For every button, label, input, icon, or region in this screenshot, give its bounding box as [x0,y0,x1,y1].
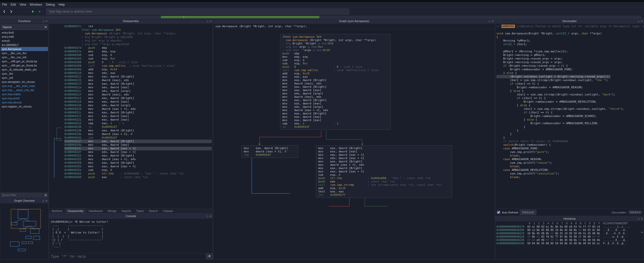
disasm-line[interactable]: 0x08049217 mov eax, dword [Bright] [64,82,212,86]
disasm-line[interactable]: 0x08049231 mov eax, dword [eax] [64,118,212,122]
decomp-line[interactable]: // switch table (5 cases) at 0x804a044 [496,140,643,143]
function-item[interactable]: fcn.080490c7 [1,43,48,47]
disasm-line[interactable]: 0x08049238 mov eax, dword [Bright] [64,129,212,132]
decomp-line[interactable]: case AMBASSADOR_REVOLUTION: [496,168,643,172]
decomp-line[interactable]: case AMBASSADOR_REASON: [496,158,643,161]
decomp-line[interactable]: } [496,125,643,129]
function-item[interactable]: sym.Aeropause [1,47,48,51]
undock-icon[interactable]: ◇ [207,215,209,218]
decomp-line[interactable]: Bright->ambassador = AMBASSADOR_REVOLUTI… [496,100,643,104]
decomp-line[interactable]: Bright->morning = pMVar1; [496,53,643,57]
disasm-line[interactable]: ; arg char **argv @ ebp+0x10 [64,43,212,46]
function-item[interactable]: sym.__libc_csu_fini [1,51,48,55]
hex-row[interactable]: 0x00000000080491f0 83 ec 08 83 ec 0c 8b … [496,225,643,228]
decomp-line[interactable]: switch(Bright->ambassador) { [496,143,643,147]
console-submit-button[interactable] [206,254,213,259]
decomp-line[interactable]: break; [496,154,643,158]
decomp-line[interactable]: Bright->morning->saved_argv = argv; [496,61,643,64]
disasm-line[interactable]: sym.Aeropause (Bright *Bright, int argc,… [64,32,212,35]
decomp-line[interactable]: } else { [496,104,643,107]
decomp-line[interactable]: sym.imp.printf("reason"); [496,161,643,165]
decomp-line[interactable]: if (Bright->morning->saved_argc < 2) { [496,64,643,68]
disasm-line[interactable]: 0x08049212 mov eax, dword [Bright] [64,75,212,79]
disasm-line[interactable]: 0x08049247 mov eax, dword [Bright] [64,140,212,143]
undock-icon[interactable]: ◇ [207,20,209,23]
console-input[interactable] [49,254,206,259]
back-button[interactable] [2,9,7,14]
menu-debug[interactable]: Debug [46,3,55,6]
disasm-line[interactable]: 0x08049252 mov eax, dword [Bright] [64,154,212,158]
chevron-down-icon[interactable]: ▾ [37,9,42,14]
hex-row[interactable]: 0x0000000008049210 10 8b 45 08 8b 00 8b … [496,232,643,235]
disasm-line[interactable]: ; arg int argc @ ebp+0xc [64,39,212,43]
decomp-line[interactable]: if (iVar2 == 0) { [496,82,643,86]
decomp-line[interactable]: int32_t iVar2; [496,43,643,46]
disasm-line[interactable]: 0x0804924c mov eax, dword [eax + 4] [64,147,212,150]
section-map[interactable] [0,16,644,18]
decomp-line[interactable]: // WARNING [r2ghidra] Failed to match ty… [496,25,643,28]
undock-icon[interactable]: ◇ [638,20,640,23]
disasm-line[interactable]: 0x0804920d add esp, 0x10 [64,68,212,71]
disasm-line[interactable]: 0x08049203 sub esp, 0xc [64,57,212,61]
function-item[interactable]: sym.__x86.get_pc_thunk.bp [1,59,48,63]
close-icon[interactable]: ✕ [45,20,47,23]
decompiler-engine-select[interactable]: Ghidra ▾ [628,210,642,214]
close-icon[interactable]: ✕ [492,20,494,23]
disasm-line[interactable]: 0x08049221 mov eax, dword [Bright] [64,96,212,100]
decomp-line[interactable]: } else { [496,118,643,122]
decomp-line[interactable]: } else { [496,89,643,93]
disasm-line[interactable]: 0x0804924f mov edx, dword [eax + 4] [64,150,212,154]
disasm-line[interactable]: 0x08049236 ja 0x8049247 [64,125,212,129]
name-dropdown[interactable]: Name [1,24,48,30]
decomp-line[interactable]: Bright->ambassador = AMBASSADOR_ECHOES; [496,114,643,118]
close-icon[interactable]: ✕ [210,20,212,23]
tab-dashboard[interactable]: Dashboard [86,209,105,213]
hex-row[interactable]: 0x0000000008049230 00 00 e9 90 00 00 00 … [496,238,643,242]
decomp-line[interactable]: } [496,132,643,136]
disasm-line[interactable]: 0x0804925b mov eax, dword [eax + 4] [64,165,212,168]
menu-edit[interactable]: Edit [11,3,16,6]
decompiler-view[interactable]: // WARNING [r2ghidra] Failed to match ty… [495,24,644,209]
disasm-line[interactable]: 0x08049215 mov dword [eax], edx [64,79,212,82]
hex-row[interactable]: 0x0000000008049200 89 c2 8b 45 08 89 10 … [496,228,643,232]
decomp-line[interactable]: sym.imp.printf("pure"); [496,150,643,154]
decomp-line[interactable]: Bright->ambassador = AMBASSADOR_MILLION; [496,122,643,125]
disasm-line[interactable]: 0x0804922c mov eax, dword [Bright] [64,111,212,114]
tab-types[interactable]: Types [133,209,146,213]
disasm-line[interactable]: 0x08049208 call sym.imp.malloc ; void *m… [64,64,212,68]
disasm-line[interactable]: 0x080491fc ret [64,25,212,28]
disasm-line[interactable]: 0x0804921c mov edx, dword [argc] [64,89,212,93]
function-item[interactable]: sym.__x86.get_pc_thunk.bx [1,63,48,67]
function-item[interactable]: sym.imp.strcmp [1,100,48,104]
decomp-line[interactable]: Morning *pMVar1; [496,39,643,43]
graph-canvas[interactable]: (fcn) sym.Aeropause 364 sym.Aeropause (B… [213,29,495,259]
decomp-line[interactable]: } [496,136,643,140]
disasm-line[interactable]: 0x08049226 mov edx, dword [argv] [64,104,212,107]
chevron-right-icon[interactable]: ▸ [641,230,643,234]
graph-node[interactable]: mov eax, dword [Bright] mov dword [eax +… [242,145,298,158]
decomp-line[interactable]: { [496,35,643,39]
hex-row[interactable]: 0x0000000008049220 00 8b 00 83 f8 01 77 … [496,235,643,238]
tab-strings[interactable]: Strings [105,209,119,213]
disasm-line[interactable]: 0x08049206 push 8 ; 8 ; size_t size [64,61,212,64]
decomp-line[interactable] [496,28,643,32]
graph-node[interactable]: mov eax, dword [Bright] mov eax, dword [… [316,145,452,198]
function-item[interactable]: sym._dl_relocate_static_pie [1,67,48,72]
function-item[interactable]: entry0 [1,39,48,43]
disasm-line[interactable]: 0x08049200 sub esp, 8 [64,53,212,57]
decomp-line[interactable]: case AMBASSADOR_PURE: [496,147,643,150]
decomp-line[interactable]: Bright->ambassador = AMBASSADOR_PURE; [496,68,643,71]
disasm-line[interactable]: 0x08049255 mov dword [eax + 4], edx [64,158,212,161]
auto-refresh-checkbox[interactable] [497,211,500,214]
tab-sections[interactable]: Sections [49,209,65,213]
disasm-line[interactable]: 0x0804923b mov dword [eax + 8], 0 [64,132,212,136]
menu-file[interactable]: File [2,3,7,6]
function-item[interactable]: sym.imp.__libc_start_main [1,84,48,88]
disasm-line[interactable]: 0x08049266 push eax ; const char *s1 [64,176,212,179]
decomp-line[interactable]: } [496,129,643,132]
disasm-line[interactable]: 0x08049258 mov eax, dword [Bright] [64,161,212,165]
decomp-line[interactable]: (Bright->window).sunlight = Bright->morn… [496,75,643,79]
undock-icon[interactable]: ◇ [638,217,640,220]
disasm-line[interactable]: ; arg Bright *Bright @ ebp+0x8 [64,35,212,39]
disasm-line[interactable]: 0x08049229 mov dword [eax + 4], edx [64,107,212,111]
